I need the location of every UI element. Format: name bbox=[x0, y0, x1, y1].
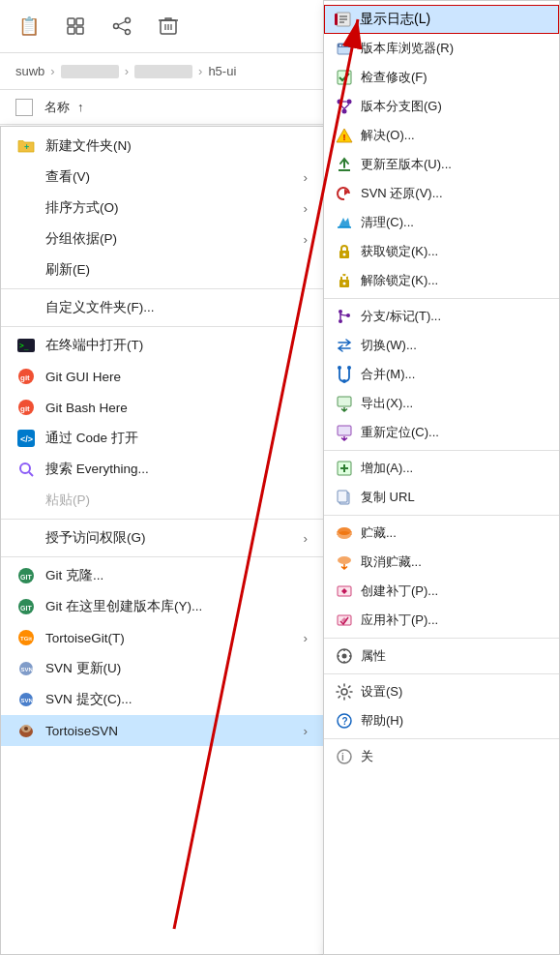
submenu-arrow: › bbox=[304, 631, 309, 645]
toolbar-icon-delete[interactable] bbox=[155, 13, 182, 40]
context-menu-left: + 新建文件夹(N) 查看(V) › 排序方式(O) › 分组依据(P) › 刷… bbox=[0, 126, 324, 955]
submenu-copy-url[interactable]: 复制 URL bbox=[324, 483, 559, 512]
menu-view[interactable]: 查看(V) › bbox=[1, 162, 323, 193]
submenu-stash[interactable]: 贮藏... bbox=[324, 519, 559, 548]
menu-label: Git Bash Here bbox=[45, 401, 128, 415]
breadcrumb-item-2[interactable] bbox=[61, 65, 119, 78]
svg-text:>_: >_ bbox=[19, 342, 29, 350]
svg-point-91 bbox=[341, 689, 347, 695]
menu-tortoisesvn[interactable]: TortoiseSVN › bbox=[1, 715, 323, 746]
svg-point-6 bbox=[126, 30, 131, 35]
separator-3 bbox=[1, 519, 323, 520]
submenu-merge[interactable]: 合并(M)... bbox=[324, 360, 559, 389]
submenu-settings[interactable]: 设置(S) bbox=[324, 677, 559, 706]
unstash-icon bbox=[336, 553, 353, 571]
submenu-unstash[interactable]: 取消贮藏... bbox=[324, 548, 559, 577]
submenu-switch[interactable]: 切换(W)... bbox=[324, 331, 559, 360]
log-icon bbox=[335, 11, 352, 28]
submenu-arrow: › bbox=[304, 170, 309, 185]
submenu-check-mod[interactable]: 检查修改(F) bbox=[324, 63, 559, 92]
toolbar-icon-2[interactable] bbox=[62, 13, 89, 40]
unlock-icon bbox=[336, 272, 353, 289]
submenu-label: 帮助(H) bbox=[361, 712, 403, 730]
properties-icon bbox=[336, 647, 353, 665]
export-icon bbox=[336, 395, 353, 412]
menu-everything[interactable]: 搜索 Everything... bbox=[1, 454, 323, 485]
svg-point-49 bbox=[338, 100, 342, 104]
submenu-cleanup[interactable]: 清理(C)... bbox=[324, 208, 559, 237]
menu-tortoisegit[interactable]: TGit TortoiseGit(T) › bbox=[1, 622, 323, 653]
add-icon bbox=[336, 460, 353, 477]
submenu-revert[interactable]: SVN 还原(V)... bbox=[324, 179, 559, 208]
git-clone-icon: GIT bbox=[16, 566, 36, 585]
submenu-about[interactable]: i 关 bbox=[324, 742, 559, 771]
menu-group[interactable]: 分组依据(P) › bbox=[1, 224, 323, 254]
menu-svn-commit[interactable]: SVN SVN 提交(C)... bbox=[1, 684, 323, 715]
breadcrumb-item-3[interactable] bbox=[134, 65, 192, 78]
submenu-label: 贮藏... bbox=[361, 524, 397, 542]
submenu-resolve[interactable]: ! 解决(O)... bbox=[324, 121, 559, 150]
view-icon bbox=[16, 167, 36, 187]
svg-text:?: ? bbox=[342, 716, 348, 727]
menu-git-clone[interactable]: GIT Git 克隆... bbox=[1, 560, 323, 591]
branch-icon bbox=[336, 308, 353, 325]
breadcrumb-item-suwb[interactable]: suwb bbox=[15, 64, 44, 78]
menu-paste[interactable]: 粘贴(P) bbox=[1, 485, 323, 516]
menu-git-bash[interactable]: git Git Bash Here bbox=[1, 392, 323, 423]
svg-text:GIT: GIT bbox=[20, 605, 32, 612]
svg-point-23 bbox=[20, 463, 30, 473]
submenu-properties[interactable]: 属性 bbox=[324, 642, 559, 671]
svg-point-51 bbox=[342, 109, 347, 114]
toolbar-icon-1[interactable]: 📋 bbox=[15, 13, 43, 40]
sort-indicator[interactable]: ↑ bbox=[77, 100, 84, 114]
submenu-label: 清理(C)... bbox=[361, 214, 414, 231]
svg-rect-71 bbox=[338, 397, 351, 406]
submenu-repo-browser[interactable]: 版本库浏览器(R) bbox=[324, 34, 559, 63]
svg-text:i: i bbox=[341, 752, 344, 762]
submenu-rev-graph[interactable]: 版本分支图(G) bbox=[324, 92, 559, 121]
submenu-unlock[interactable]: 解除锁定(K)... bbox=[324, 266, 559, 295]
submenu-show-log[interactable]: 显示日志(L) bbox=[324, 5, 559, 34]
submenu-relocate[interactable]: 重新定位(C)... bbox=[324, 418, 559, 447]
svg-line-8 bbox=[118, 27, 126, 31]
lock-icon bbox=[336, 243, 353, 260]
help-icon: ? bbox=[336, 712, 353, 730]
breadcrumb-item-h5ui[interactable]: h5-ui bbox=[208, 64, 236, 78]
svg-point-46 bbox=[339, 45, 341, 46]
git-icon: git bbox=[16, 367, 36, 386]
submenu-branch-tag[interactable]: 分支/标记(T)... bbox=[324, 302, 559, 331]
menu-git-create-repo[interactable]: GIT Git 在这里创建版本库(Y)... bbox=[1, 591, 323, 622]
paste-icon bbox=[16, 491, 36, 510]
menu-label: 分组依据(P) bbox=[45, 230, 117, 248]
submenu-help[interactable]: ? 帮助(H) bbox=[324, 706, 559, 735]
menu-git-gui[interactable]: git Git GUI Here bbox=[1, 361, 323, 392]
menu-customize-folder[interactable]: 自定义文件夹(F)... bbox=[1, 292, 323, 323]
submenu-get-lock[interactable]: 获取锁定(K)... bbox=[324, 237, 559, 266]
menu-refresh[interactable]: 刷新(E) bbox=[1, 254, 323, 285]
menu-terminal[interactable]: >_ 在终端中打开(T) bbox=[1, 330, 323, 361]
submenu-add[interactable]: 增加(A)... bbox=[324, 454, 559, 483]
menu-label: 粘贴(P) bbox=[45, 492, 90, 509]
submenu-create-patch[interactable]: 创建补丁(P)... bbox=[324, 577, 559, 606]
cleanup-icon bbox=[336, 214, 353, 231]
menu-access[interactable]: 授予访问权限(G) › bbox=[1, 522, 323, 553]
submenu-arrow: › bbox=[304, 232, 309, 247]
menu-vscode[interactable]: </> 通过 Code 打开 bbox=[1, 423, 323, 454]
menu-new-folder[interactable]: + 新建文件夹(N) bbox=[1, 131, 323, 162]
sort-icon bbox=[16, 198, 36, 218]
select-all-checkbox[interactable] bbox=[15, 99, 33, 116]
submenu-label: 导出(X)... bbox=[361, 395, 413, 412]
submenu-export[interactable]: 导出(X)... bbox=[324, 389, 559, 418]
submenu-update-rev[interactable]: 更新至版本(U)... bbox=[324, 150, 559, 179]
menu-svn-update[interactable]: SVN SVN 更新(U) bbox=[1, 653, 323, 684]
submenu-apply-patch[interactable]: 应用补丁(P)... bbox=[324, 606, 559, 635]
create-patch-icon bbox=[336, 582, 353, 600]
refresh-icon bbox=[16, 260, 36, 280]
svg-rect-43 bbox=[335, 14, 338, 25]
submenu-label: 关 bbox=[361, 748, 373, 765]
menu-label: 新建文件夹(N) bbox=[45, 137, 132, 155]
terminal-icon: >_ bbox=[16, 336, 36, 355]
toolbar-icon-share[interactable] bbox=[108, 13, 135, 40]
submenu-arrow: › bbox=[304, 531, 309, 546]
menu-sort[interactable]: 排序方式(O) › bbox=[1, 193, 323, 224]
